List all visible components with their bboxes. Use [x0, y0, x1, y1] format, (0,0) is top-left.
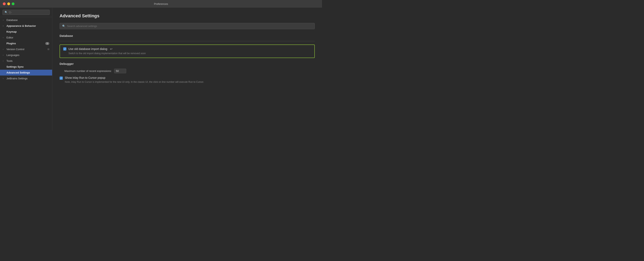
sidebar-item-settings-sync[interactable]: Settings Sync: [0, 64, 52, 70]
sidebar-item-keymap[interactable]: Keymap: [0, 29, 52, 35]
sidebar-item-label: JetBrains Settings: [6, 77, 28, 80]
sidebar-item-label: Appearance & Behavior: [6, 24, 36, 27]
debugger-section: Debugger Maximum number of recent expres…: [60, 62, 315, 84]
sidebar-item-jetbrains-settings[interactable]: ›JetBrains Settings: [0, 76, 52, 81]
sidebar-search-input[interactable]: [9, 11, 48, 14]
sidebar-item-languages[interactable]: ›Languages: [0, 52, 52, 58]
close-button[interactable]: [3, 3, 6, 5]
show-inlay-checkbox[interactable]: [60, 77, 63, 80]
chevron-right-icon: ›: [3, 19, 5, 21]
window-controls: [3, 3, 14, 5]
nav-icon-right: ⊟: [48, 48, 49, 51]
show-inlay-checkbox-row: Show inlay Run to Cursor popup Note, inl…: [60, 76, 315, 84]
chevron-right-icon: ›: [3, 60, 5, 62]
show-inlay-row: Show inlay Run to Cursor popup Note, inl…: [60, 76, 315, 84]
use-old-dialog-checkbox-row: Use old database import dialog ↩: [63, 47, 311, 51]
sidebar-item-label: Languages: [6, 54, 19, 57]
chevron-right-icon: ›: [3, 48, 5, 50]
sidebar-item-label: Settings Sync: [6, 65, 24, 68]
max-expressions-row: Maximum number of recent expressions:: [60, 69, 315, 73]
maximize-button[interactable]: [12, 3, 14, 5]
sidebar-item-plugins[interactable]: Plugins5: [0, 41, 52, 46]
window-title: Preferences: [154, 3, 168, 6]
use-old-dialog-label: Use old database import dialog: [68, 47, 107, 51]
sidebar-item-appearance[interactable]: ›Appearance & Behavior: [0, 23, 52, 29]
sidebar-item-label: Tools: [6, 59, 12, 62]
show-inlay-desc: Note, inlay Run to Cursor is implemented…: [65, 80, 204, 84]
sidebar-nav: ›Database›Appearance & BehaviorKeymap›Ed…: [0, 17, 52, 81]
sidebar-item-label: Database: [6, 19, 18, 22]
content-area: Advanced Settings 🔍 Database Use old dat…: [52, 8, 322, 131]
chevron-right-icon: ›: [3, 77, 5, 80]
sidebar-item-label: Keymap: [6, 30, 17, 33]
chevron-right-icon: ›: [3, 37, 5, 39]
sidebar-item-label: Version Control: [6, 48, 24, 51]
max-expressions-input[interactable]: [114, 69, 126, 73]
search-icon: 🔍: [62, 25, 66, 28]
use-old-dialog-checkbox[interactable]: [63, 47, 66, 51]
chevron-right-icon: ›: [3, 25, 5, 27]
minimize-button[interactable]: [7, 3, 10, 5]
max-expressions-label: Maximum number of recent expressions:: [64, 70, 112, 73]
show-inlay-label: Show inlay Run to Cursor popup: [65, 76, 204, 79]
show-inlay-content: Show inlay Run to Cursor popup Note, inl…: [65, 76, 204, 84]
sidebar-search-container: 🔍: [0, 8, 52, 17]
use-old-dialog-row: Use old database import dialog ↩ Switch …: [60, 45, 315, 58]
database-section: Database Use old database import dialog …: [60, 34, 315, 58]
advanced-search-box[interactable]: 🔍: [60, 23, 315, 29]
sidebar-item-label: Plugins: [6, 42, 16, 45]
sidebar-search-box[interactable]: 🔍: [2, 10, 50, 15]
sidebar-item-label: Advanced Settings: [6, 71, 30, 74]
sidebar-item-advanced-settings[interactable]: Advanced Settings: [0, 70, 52, 76]
sidebar-item-version-control[interactable]: ›Version Control⊟: [0, 46, 52, 52]
sidebar-item-tools[interactable]: ›Tools: [0, 58, 52, 64]
advanced-search-input[interactable]: [67, 25, 312, 28]
sidebar-item-editor[interactable]: ›Editor: [0, 35, 52, 41]
chevron-right-icon: ›: [3, 54, 5, 56]
main-layout: 🔍 ›Database›Appearance & BehaviorKeymap›…: [0, 8, 322, 131]
reset-icon[interactable]: ↩: [110, 47, 112, 51]
debugger-section-header: Debugger: [60, 62, 315, 66]
advanced-search-container: 🔍: [60, 23, 315, 29]
database-section-header: Database: [60, 34, 315, 39]
database-divider: [60, 41, 315, 41]
use-old-dialog-checkbox-item: Use old database import dialog ↩: [63, 47, 112, 51]
use-old-dialog-desc: Switch to the old import dialog implemen…: [63, 52, 311, 55]
nav-badge: 5: [45, 42, 49, 45]
search-icon: 🔍: [5, 11, 8, 14]
title-bar: Preferences: [0, 0, 322, 8]
sidebar-item-database[interactable]: ›Database: [0, 17, 52, 23]
sidebar-item-label: Editor: [6, 36, 13, 39]
sidebar: 🔍 ›Database›Appearance & BehaviorKeymap›…: [0, 8, 52, 131]
page-title: Advanced Settings: [60, 13, 315, 19]
